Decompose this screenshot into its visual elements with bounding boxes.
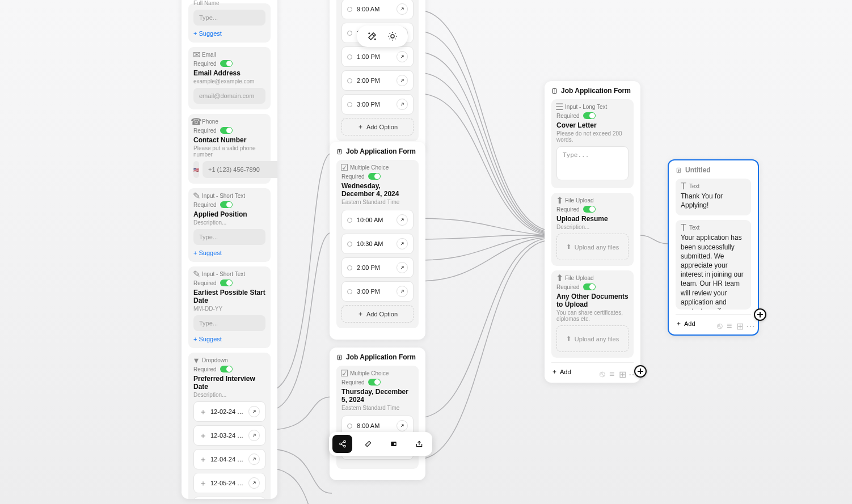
export-button[interactable] — [409, 435, 429, 453]
required-toggle[interactable] — [220, 366, 233, 372]
card-title: Untitled — [685, 166, 711, 174]
branch-arrow-button[interactable] — [397, 3, 408, 15]
svg-point-5 — [343, 441, 345, 443]
icon-b[interactable]: ≡ — [727, 321, 732, 326]
upload-zone[interactable]: ⬆ Upload any files — [556, 325, 629, 352]
field-position: ✎ Input - Short Text Required Applied Po… — [188, 188, 271, 262]
field-desc: Please do not exceed 200 words. — [556, 130, 629, 143]
sun-icon[interactable] — [387, 31, 398, 41]
upload-zone-label: Upload any files — [575, 336, 619, 342]
country-flag-select[interactable]: 🇺🇸 — [193, 161, 199, 178]
footer-icons: ⎋ ≡ ⊞ ⋯ — [600, 369, 634, 374]
position-input[interactable] — [193, 229, 265, 245]
card-title: Job Application Form — [346, 353, 416, 361]
required-toggle[interactable] — [220, 127, 233, 134]
svg-point-0 — [391, 35, 394, 38]
add-option-button[interactable]: ＋ Add Option — [341, 118, 414, 135]
icon-d[interactable]: ⋯ — [629, 369, 634, 374]
upload-icon: ⬆ — [566, 243, 571, 251]
add-option-button[interactable]: ＋ Add Option — [341, 305, 414, 323]
add-node-port[interactable] — [754, 308, 766, 321]
branch-arrow-button[interactable] — [397, 51, 408, 62]
branch-arrow-button[interactable] — [397, 286, 408, 297]
branch-arrow-button[interactable] — [397, 420, 408, 431]
time-option[interactable]: 3:00 PM — [341, 94, 414, 115]
magic-wand-icon[interactable] — [367, 31, 377, 41]
text-block-1: T Text Thank You for Applying! — [676, 179, 751, 215]
dropdown-option[interactable]: ＋12-03-24 (Tuesday) — [193, 425, 265, 446]
icon-c[interactable]: ⊞ — [619, 369, 624, 374]
add-label: Add — [560, 369, 571, 375]
dropdown-option[interactable]: ＋12-02-24 (Monday) — [193, 401, 265, 422]
add-node-port[interactable] — [634, 365, 647, 378]
share-button[interactable] — [332, 435, 352, 453]
option-text: 2:00 PM — [357, 77, 392, 84]
required-toggle[interactable] — [583, 206, 596, 213]
upload-zone-label: Upload any files — [575, 244, 619, 251]
wand-button[interactable] — [358, 435, 378, 453]
dropdown-option[interactable]: ＋12-04-24 (Wednesda — [193, 449, 265, 469]
suggest-link[interactable]: + Suggest — [193, 249, 265, 256]
start-date-input[interactable] — [193, 315, 265, 331]
field-label: Preferred Interview Date — [193, 375, 265, 391]
icon-a[interactable]: ⎋ — [717, 321, 722, 326]
required-toggle[interactable] — [220, 201, 233, 208]
branch-arrow-button[interactable] — [397, 262, 408, 273]
svg-point-6 — [339, 443, 341, 445]
upload-zone[interactable]: ⬆ Upload any files — [556, 234, 629, 260]
thankyou-card: Untitled T Text Thank You for Applying! … — [668, 159, 759, 336]
required-toggle[interactable] — [368, 379, 381, 386]
required-toggle[interactable] — [220, 279, 233, 286]
option-text: 12-04-24 (Wednesda — [210, 456, 244, 463]
time-option[interactable]: 9:00 AM — [341, 0, 414, 19]
suggest-link[interactable]: + Suggest — [193, 336, 265, 342]
card-title: Job Application Form — [561, 87, 631, 95]
required-toggle[interactable] — [583, 112, 596, 119]
text-content: Your application has been successfully s… — [681, 233, 746, 310]
suggest-link[interactable]: + Suggest — [193, 30, 265, 37]
field-label: Applied Position — [193, 210, 265, 218]
time-option[interactable]: 10:30 AM — [341, 234, 414, 254]
panel-button[interactable] — [383, 435, 403, 453]
required-toggle[interactable] — [220, 60, 233, 67]
branch-arrow-button[interactable] — [248, 454, 260, 465]
icon-d[interactable]: ⋯ — [746, 321, 751, 326]
field-desc: Description... — [193, 219, 265, 226]
field-type: Email — [202, 52, 216, 58]
field-type: Text — [689, 225, 699, 231]
form-icon — [551, 88, 558, 94]
radio-icon — [347, 102, 352, 107]
text-type-icon: T — [681, 184, 686, 189]
radio-icon — [347, 54, 352, 60]
time-option[interactable]: 1:00 PM — [341, 46, 414, 67]
field-type: Input - Long Text — [565, 104, 607, 110]
your-name-input[interactable] — [193, 10, 265, 26]
branch-arrow-button[interactable] — [248, 477, 260, 489]
branch-arrow-button[interactable] — [397, 214, 408, 226]
required-toggle[interactable] — [583, 283, 596, 290]
branch-arrow-button[interactable] — [397, 99, 408, 110]
field-type: Phone — [202, 118, 218, 125]
time-option[interactable]: 2:00 PM — [341, 70, 414, 91]
icon-b[interactable]: ≡ — [609, 369, 614, 374]
phone-input[interactable] — [203, 161, 277, 178]
time-option[interactable]: 3:00 PM — [341, 281, 414, 302]
choice-icon: ☑ — [341, 165, 347, 171]
icon-a[interactable]: ⎋ — [600, 369, 605, 374]
add-button[interactable]: ＋ Add — [551, 367, 571, 376]
branch-arrow-button[interactable] — [397, 75, 408, 86]
time-option[interactable]: 2:00 PM — [341, 257, 414, 278]
icon-c[interactable]: ⊞ — [736, 321, 741, 326]
dropdown-option[interactable]: ＋12-06-24 (Friday) — [193, 497, 265, 499]
branch-arrow-button[interactable] — [397, 238, 408, 249]
add-button[interactable]: ＋ Add — [676, 319, 695, 328]
email-input[interactable] — [193, 88, 265, 104]
branch-arrow-button[interactable] — [248, 406, 260, 417]
cover-letter-input[interactable] — [556, 146, 629, 180]
time-options-card-b: Job Application Form ☑ Multiple Choice R… — [330, 142, 425, 340]
radio-icon — [347, 242, 352, 247]
time-option[interactable]: 10:00 AM — [341, 210, 414, 230]
branch-arrow-button[interactable] — [248, 430, 260, 441]
required-toggle[interactable] — [368, 173, 381, 180]
dropdown-option[interactable]: ＋12-05-24 (Thursday) — [193, 473, 265, 493]
